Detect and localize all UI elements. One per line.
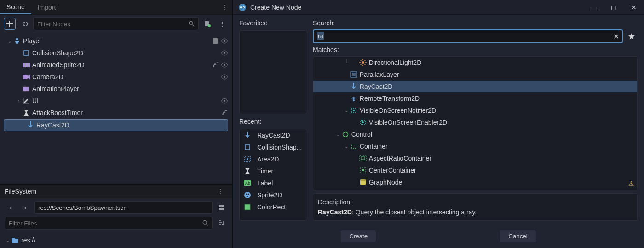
match-row[interactable]: RemoteTransform2D (313, 92, 637, 104)
description-label: Description: (318, 198, 632, 206)
tree-node[interactable]: ⌄ Player (0, 35, 232, 47)
tree-node[interactable]: RayCast2D (4, 119, 228, 131)
recent-item[interactable]: ColorRect (240, 201, 307, 213)
godot-icon (238, 3, 247, 12)
square-icon (243, 143, 252, 151)
filesystem-sort-button[interactable] (215, 217, 227, 229)
filesystem-tree[interactable]: ⌄ res:// (0, 232, 232, 248)
match-label: ParallaxLayer (360, 71, 399, 78)
script-icon[interactable] (213, 38, 219, 44)
signal-icon[interactable] (222, 110, 228, 116)
svg-point-36 (362, 61, 364, 64)
svg-rect-6 (24, 51, 29, 55)
tree-node[interactable]: CollisionShape2D (0, 47, 232, 59)
minimize-button[interactable]: — (589, 4, 598, 11)
tab-scene[interactable]: Scene (0, 0, 31, 14)
tree-node[interactable]: Camera2D (0, 71, 232, 83)
match-row[interactable]: ⌄ Container (313, 140, 637, 152)
svg-rect-4 (213, 38, 218, 44)
filter-nodes-input[interactable] (33, 17, 199, 30)
tree-node[interactable]: AttackBoostTimer (0, 107, 232, 119)
maximize-button[interactable]: ◻ (609, 4, 618, 11)
filter-files-input[interactable] (5, 217, 213, 230)
favorites-box[interactable] (239, 30, 307, 114)
filesystem-path-input[interactable] (34, 201, 213, 214)
match-row[interactable]: ⌄ VisibleOnScreenNotifier2D (313, 104, 637, 116)
recent-item[interactable]: CollisionShap... (240, 141, 307, 153)
attach-script-button[interactable] (201, 18, 213, 30)
recent-box[interactable]: RayCast2DCollisionShap...Area2DTimerAbLa… (239, 129, 307, 221)
tree-node-label: AnimatedSprite2D (32, 61, 213, 69)
star-icon (628, 33, 635, 40)
recent-item[interactable]: Timer (240, 165, 307, 177)
eye-icon[interactable] (221, 62, 228, 68)
recent-item[interactable]: Sprite2D (240, 189, 307, 201)
window-controls: — ◻ ✕ (589, 4, 638, 11)
signal-icon[interactable] (213, 62, 219, 68)
tree-node[interactable]: AnimatedSprite2D (0, 59, 232, 71)
tree-guide (335, 71, 343, 78)
match-row[interactable]: ⌄ Control (313, 128, 637, 140)
scene-toolbar: ⋮ (0, 15, 232, 33)
tree-node-label: Player (23, 37, 213, 45)
ray-icon (26, 121, 34, 129)
close-button[interactable]: ✕ (629, 4, 638, 11)
tree-guide (327, 131, 335, 138)
filesystem-nav: ‹ › (0, 198, 232, 217)
parallax-icon (350, 70, 358, 79)
matches-box[interactable]: └ DirectionalLight2D ParallaxLayer RayCa… (313, 56, 638, 190)
eye-icon[interactable] (221, 38, 228, 44)
match-row[interactable]: CenterContainer (313, 164, 637, 176)
recent-item-label: RayCast2D (257, 132, 290, 139)
svg-text:Ab: Ab (245, 181, 250, 185)
svg-rect-45 (360, 156, 366, 161)
eye-icon[interactable] (221, 74, 228, 80)
match-row[interactable]: AspectRatioContainer (313, 152, 637, 164)
recent-item[interactable]: RayCast2D (240, 129, 307, 141)
square-icon (22, 49, 30, 57)
filesystem-menu-icon[interactable]: ⋮ (213, 186, 227, 197)
recent-item-label: CollisionShap... (257, 144, 302, 151)
match-row[interactable]: └ DirectionalLight2D (313, 57, 637, 69)
nav-back-button[interactable]: ‹ (5, 202, 17, 213)
cancel-button[interactable]: Cancel (500, 230, 536, 242)
fs-root-label: res:// (21, 236, 224, 244)
match-row[interactable]: RayCast2D (313, 81, 637, 92)
tree-guide (335, 95, 343, 102)
match-row[interactable]: VisibleOnScreenEnabler2D (313, 116, 637, 128)
scene-panel-menu-icon[interactable]: ⋮ (218, 2, 232, 13)
create-button[interactable]: Create (341, 230, 376, 242)
scene-toolbar-menu-icon[interactable]: ⋮ (216, 18, 228, 30)
nav-forward-button[interactable]: › (19, 202, 31, 213)
recent-item[interactable]: AbLabel (240, 177, 307, 189)
match-row[interactable]: GraphNode (313, 176, 637, 188)
svg-point-25 (241, 7, 242, 8)
search-input[interactable]: ra (313, 29, 623, 43)
expand-icon: ⌄ (343, 144, 350, 149)
fs-root[interactable]: ⌄ res:// (5, 234, 227, 246)
eye-icon[interactable] (221, 98, 228, 104)
left-panel: Scene Import ⋮ ⋮ ⌄ Player CollisionShape… (0, 0, 233, 248)
expand-icon: ⌄ (335, 132, 341, 137)
svg-rect-10 (28, 63, 30, 67)
svg-point-7 (224, 52, 225, 54)
svg-point-22 (239, 4, 246, 11)
eye-icon[interactable] (221, 50, 228, 56)
filter-nodes-wrap (33, 17, 199, 30)
recent-item[interactable]: Area2D (240, 153, 307, 165)
notify-icon (350, 106, 358, 115)
tree-node[interactable]: › UI (0, 95, 232, 107)
favorite-toggle-button[interactable] (626, 30, 638, 42)
add-node-button[interactable] (4, 18, 16, 30)
folder-icon (11, 236, 19, 244)
scene-tree[interactable]: ⌄ Player CollisionShape2D AnimatedSprite… (0, 33, 232, 184)
match-row[interactable]: ParallaxLayer (313, 69, 637, 81)
filesystem-split-button[interactable] (215, 202, 227, 213)
tree-node[interactable]: AnimationPlayer (0, 83, 232, 95)
clear-search-icon[interactable]: ✕ (613, 32, 619, 41)
tree-guide (345, 119, 352, 126)
tree-guide (335, 83, 343, 90)
link-node-button[interactable] (18, 18, 30, 30)
tab-import[interactable]: Import (31, 1, 63, 14)
svg-point-42 (362, 121, 364, 123)
